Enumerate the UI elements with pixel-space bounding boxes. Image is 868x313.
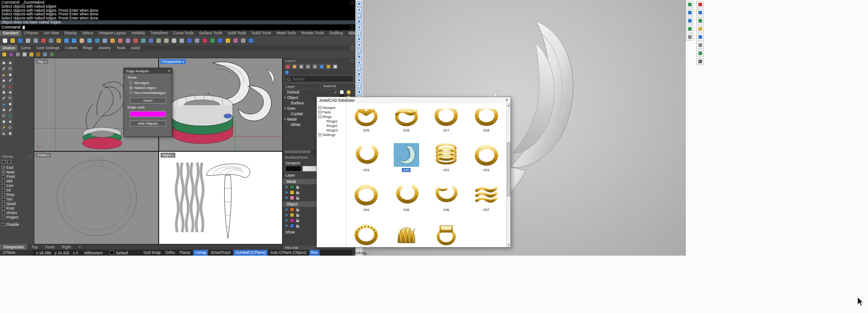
- polygon-icon[interactable]: [7, 89, 13, 95]
- help-panel-icon[interactable]: [357, 78, 362, 83]
- menu-tab-select[interactable]: Select: [80, 30, 96, 36]
- sweep-icon[interactable]: [7, 107, 13, 112]
- environment-icon[interactable]: [696, 17, 704, 24]
- checkbox-int[interactable]: [2, 189, 5, 192]
- osnap-row-vertex[interactable]: Vertex: [0, 210, 33, 215]
- arc-icon[interactable]: [1, 84, 6, 89]
- dialog-title-bar[interactable]: Edge Analysis ×: [124, 68, 172, 74]
- paste-icon[interactable]: [55, 37, 62, 44]
- expand-triangle-icon[interactable]: [286, 196, 288, 199]
- polyline-icon[interactable]: [1, 78, 6, 83]
- export-icon[interactable]: [32, 37, 39, 44]
- units-button[interactable]: Millimeters: [78, 251, 103, 255]
- menu-tab-subd-tools[interactable]: SubD Tools: [249, 30, 274, 36]
- box-edit-icon[interactable]: [357, 89, 362, 94]
- lock-icon[interactable]: [296, 220, 299, 222]
- edge-color-swatch[interactable]: [130, 111, 166, 117]
- print-icon[interactable]: [24, 37, 31, 44]
- layers-icon[interactable]: [357, 7, 362, 12]
- checkbox-end[interactable]: [2, 166, 5, 169]
- lock-icon[interactable]: [296, 209, 299, 211]
- status-toggle-planar[interactable]: Planar: [178, 250, 193, 256]
- database-item-027[interactable]: 027: [433, 103, 460, 132]
- menu-tab-drafting[interactable]: Drafting: [326, 30, 345, 36]
- split-icon[interactable]: [140, 37, 146, 44]
- ring-wizard-icon[interactable]: [1, 51, 7, 57]
- new-layer-icon[interactable]: [285, 64, 290, 69]
- osnap-gear-icon[interactable]: [28, 155, 32, 159]
- expand-triangle-icon[interactable]: [286, 186, 288, 188]
- status-toggle-gumball-cplane[interactable]: Gumball (CPlane): [233, 250, 268, 256]
- close-icon[interactable]: ×: [166, 68, 172, 74]
- checkbox-cen[interactable]: [2, 184, 5, 187]
- named-view-icon[interactable]: [686, 9, 693, 16]
- radio-naked-edges[interactable]: [129, 86, 132, 89]
- mirror-icon[interactable]: [124, 37, 131, 44]
- rendering-icon[interactable]: [357, 66, 362, 71]
- extrude-surface-icon[interactable]: [7, 101, 13, 107]
- layer-tools-icon[interactable]: [326, 64, 331, 69]
- circle-icon[interactable]: [7, 78, 13, 83]
- database-item-026[interactable]: 026: [393, 103, 420, 132]
- notes-icon[interactable]: [357, 72, 362, 77]
- checkbox-knot[interactable]: [2, 207, 5, 210]
- aux-color-swatch[interactable]: [290, 207, 294, 212]
- panel-menu-icon[interactable]: [332, 64, 338, 69]
- fillet-curve-icon[interactable]: [7, 95, 13, 101]
- open-file-icon[interactable]: [9, 37, 16, 44]
- database-scrollbar[interactable]: ▲ ▼: [506, 103, 510, 247]
- web-browser-icon[interactable]: [357, 84, 362, 89]
- radio-non-manifoldedges[interactable]: [129, 91, 132, 94]
- osnap-row-mid[interactable]: Mid: [0, 179, 33, 183]
- item-label-026[interactable]: 026: [402, 128, 410, 132]
- move-tool-icon[interactable]: [1, 119, 6, 124]
- database-item-038[interactable]: 038: [353, 212, 380, 247]
- rotate-icon[interactable]: [109, 37, 116, 44]
- expand-icon[interactable]: +: [318, 106, 321, 109]
- command-options-gear-icon[interactable]: [350, 25, 354, 29]
- new-sublayer-icon[interactable]: [292, 64, 297, 69]
- named-views-icon[interactable]: [357, 25, 362, 30]
- osnap-row-disable[interactable]: Disable: [0, 222, 33, 227]
- filter-layers-icon[interactable]: [319, 64, 324, 69]
- plugin-tab-cutters[interactable]: Cutters: [62, 45, 80, 51]
- dialog-title-bar[interactable]: JewelCAD Database ×: [317, 97, 510, 104]
- expand-triangle-icon[interactable]: [286, 214, 288, 216]
- snapshot-icon[interactable]: [686, 1, 693, 8]
- database-item-033[interactable]: 033: [473, 132, 500, 172]
- viewport-background-swatch[interactable]: [285, 166, 302, 172]
- item-label-033[interactable]: 033: [482, 168, 491, 172]
- edge-option-naked-edges[interactable]: Naked edges: [124, 85, 172, 90]
- database-item-025[interactable]: 025: [353, 103, 380, 132]
- viewport-title-top[interactable]: Top▾: [36, 59, 48, 64]
- item-label-028[interactable]: 028: [482, 128, 491, 132]
- tree-label[interactable]: Rings1: [326, 119, 338, 123]
- expand-triangle-icon[interactable]: [286, 224, 288, 227]
- checkbox-point[interactable]: [2, 175, 5, 178]
- radio-all-edges[interactable]: [129, 81, 132, 84]
- expand-icon[interactable]: +: [318, 111, 321, 114]
- database-item-028[interactable]: 028: [473, 103, 500, 132]
- object-snap-icon[interactable]: [357, 19, 362, 24]
- viewport-tab-right[interactable]: Right: [58, 244, 75, 250]
- viewport-tab-[interactable]: +: [75, 244, 85, 250]
- active-layer-button[interactable]: Default: [114, 251, 128, 255]
- layer-dialog-icon[interactable]: [170, 37, 177, 44]
- delete-layer-icon[interactable]: [298, 64, 304, 69]
- database-item-036[interactable]: 036: [433, 172, 460, 212]
- viewport-right[interactable]: Right▾: [159, 151, 283, 244]
- rectangle-icon[interactable]: [1, 89, 6, 95]
- status-toggle-osnap[interactable]: Osnap: [193, 250, 208, 256]
- plugin-tab-jewelry[interactable]: Jewelry: [95, 45, 114, 51]
- aux-color-swatch[interactable]: [290, 224, 294, 228]
- database-item-039[interactable]: 039: [433, 212, 460, 247]
- menu-tab-set-view[interactable]: Set View: [41, 30, 61, 36]
- mirror-tool-icon[interactable]: [1, 131, 6, 136]
- caret-down-icon[interactable]: ▼: [283, 107, 287, 110]
- osnap-row-near[interactable]: Near: [0, 170, 33, 174]
- play-icon[interactable]: [696, 9, 704, 16]
- zoom-button[interactable]: Zoom: [130, 98, 166, 103]
- ring-thumbnail-033[interactable]: [473, 142, 500, 168]
- copy-tool-icon[interactable]: [7, 119, 13, 124]
- osnap-pin-icon[interactable]: [7, 160, 11, 164]
